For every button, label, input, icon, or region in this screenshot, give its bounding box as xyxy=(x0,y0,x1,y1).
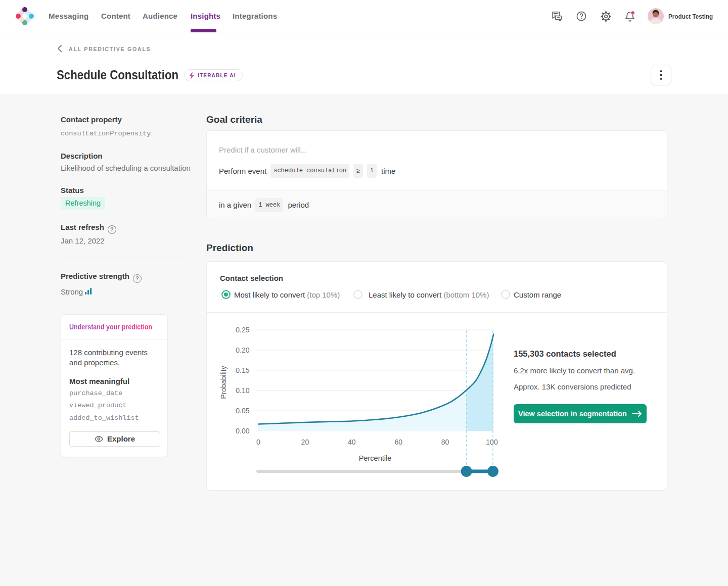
svg-text:0.05: 0.05 xyxy=(236,407,249,415)
svg-text:0: 0 xyxy=(256,438,260,446)
svg-text:0.25: 0.25 xyxy=(236,326,249,334)
svg-text:40: 40 xyxy=(348,438,356,446)
svg-text:60: 60 xyxy=(394,438,402,446)
svg-text:Percentile: Percentile xyxy=(359,454,391,462)
svg-text:0.15: 0.15 xyxy=(236,366,249,374)
svg-text:0.20: 0.20 xyxy=(236,346,249,354)
svg-text:20: 20 xyxy=(301,438,309,446)
svg-text:Probability: Probability xyxy=(219,366,228,399)
svg-text:0.10: 0.10 xyxy=(236,386,249,395)
svg-text:0.00: 0.00 xyxy=(236,427,249,435)
svg-text:80: 80 xyxy=(441,438,449,446)
svg-text:100: 100 xyxy=(486,438,498,446)
